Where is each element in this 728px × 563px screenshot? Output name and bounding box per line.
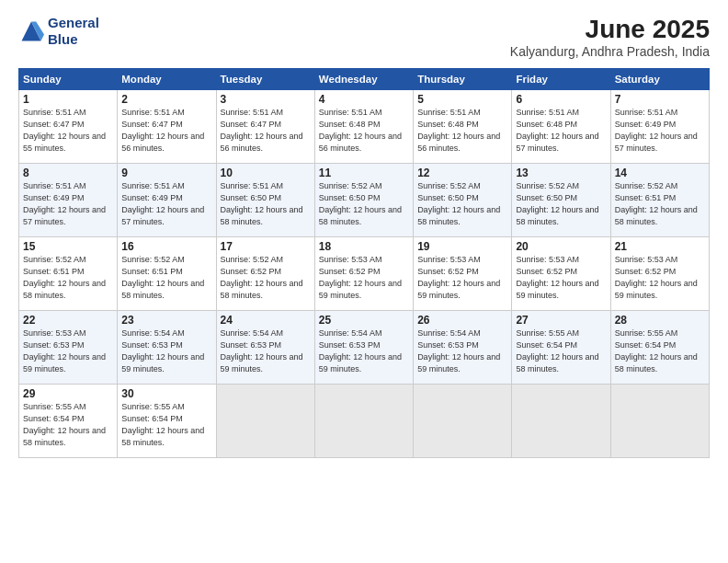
day-info: Sunrise: 5:54 AM Sunset: 6:53 PM Dayligh… [121, 327, 211, 375]
day-number: 16 [121, 240, 211, 253]
title-block: June 2025 Kalyandurg, Andhra Pradesh, In… [510, 15, 710, 59]
day-number: 19 [417, 240, 507, 253]
day-cell: 20 Sunrise: 5:53 AM Sunset: 6:52 PM Dayl… [512, 237, 610, 311]
day-cell: 18 Sunrise: 5:53 AM Sunset: 6:52 PM Dayl… [314, 237, 413, 311]
day-cell: 5 Sunrise: 5:51 AM Sunset: 6:48 PM Dayli… [414, 90, 512, 164]
day-info: Sunrise: 5:52 AM Sunset: 6:50 PM Dayligh… [417, 180, 507, 228]
day-info: Sunrise: 5:53 AM Sunset: 6:52 PM Dayligh… [319, 254, 409, 302]
day-cell: 17 Sunrise: 5:52 AM Sunset: 6:52 PM Dayl… [216, 237, 314, 311]
header: General Blue June 2025 Kalyandurg, Andhr… [18, 15, 710, 59]
day-info: Sunrise: 5:51 AM Sunset: 6:49 PM Dayligh… [121, 180, 211, 228]
day-cell: 25 Sunrise: 5:54 AM Sunset: 6:53 PM Dayl… [314, 311, 413, 385]
day-info: Sunrise: 5:51 AM Sunset: 6:47 PM Dayligh… [23, 107, 113, 155]
day-cell [512, 385, 610, 458]
day-number: 18 [319, 240, 409, 253]
day-cell: 26 Sunrise: 5:54 AM Sunset: 6:53 PM Dayl… [414, 311, 512, 385]
day-info: Sunrise: 5:53 AM Sunset: 6:52 PM Dayligh… [615, 254, 705, 302]
day-cell: 15 Sunrise: 5:52 AM Sunset: 6:51 PM Dayl… [19, 237, 118, 311]
day-cell [314, 385, 413, 458]
day-number: 7 [615, 93, 705, 106]
day-cell: 16 Sunrise: 5:52 AM Sunset: 6:51 PM Dayl… [118, 237, 216, 311]
day-number: 28 [615, 314, 705, 327]
day-info: Sunrise: 5:52 AM Sunset: 6:51 PM Dayligh… [615, 180, 705, 228]
day-number: 30 [121, 387, 211, 400]
day-number: 3 [221, 93, 311, 106]
day-number: 6 [516, 93, 606, 106]
day-info: Sunrise: 5:52 AM Sunset: 6:51 PM Dayligh… [23, 254, 113, 302]
day-info: Sunrise: 5:53 AM Sunset: 6:52 PM Dayligh… [516, 254, 606, 302]
col-header-sunday: Sunday [19, 69, 118, 90]
logo-text: General Blue [48, 15, 99, 48]
page: General Blue June 2025 Kalyandurg, Andhr… [0, 0, 728, 563]
day-cell: 11 Sunrise: 5:52 AM Sunset: 6:50 PM Dayl… [314, 164, 413, 237]
day-number: 26 [417, 314, 507, 327]
day-info: Sunrise: 5:55 AM Sunset: 6:54 PM Dayligh… [615, 327, 705, 375]
day-cell: 21 Sunrise: 5:53 AM Sunset: 6:52 PM Dayl… [610, 237, 709, 311]
day-cell: 10 Sunrise: 5:51 AM Sunset: 6:50 PM Dayl… [216, 164, 314, 237]
day-cell: 2 Sunrise: 5:51 AM Sunset: 6:47 PM Dayli… [118, 90, 216, 164]
week-row-1: 1 Sunrise: 5:51 AM Sunset: 6:47 PM Dayli… [19, 90, 710, 164]
day-number: 20 [516, 240, 606, 253]
location-title: Kalyandurg, Andhra Pradesh, India [510, 44, 710, 59]
day-number: 10 [221, 167, 311, 179]
day-info: Sunrise: 5:55 AM Sunset: 6:54 PM Dayligh… [121, 401, 211, 449]
day-cell: 29 Sunrise: 5:55 AM Sunset: 6:54 PM Dayl… [19, 385, 118, 458]
day-info: Sunrise: 5:55 AM Sunset: 6:54 PM Dayligh… [23, 401, 113, 449]
day-number: 22 [23, 314, 113, 327]
day-info: Sunrise: 5:52 AM Sunset: 6:50 PM Dayligh… [516, 180, 606, 228]
col-header-thursday: Thursday [414, 69, 512, 90]
day-info: Sunrise: 5:54 AM Sunset: 6:53 PM Dayligh… [319, 327, 409, 375]
day-number: 14 [615, 167, 705, 179]
day-number: 11 [319, 167, 409, 179]
day-cell [610, 385, 709, 458]
day-number: 13 [516, 167, 606, 179]
day-info: Sunrise: 5:52 AM Sunset: 6:50 PM Dayligh… [319, 180, 409, 228]
day-number: 25 [319, 314, 409, 327]
day-info: Sunrise: 5:53 AM Sunset: 6:53 PM Dayligh… [23, 327, 113, 375]
day-number: 12 [417, 167, 507, 179]
day-cell: 7 Sunrise: 5:51 AM Sunset: 6:49 PM Dayli… [610, 90, 709, 164]
day-cell: 3 Sunrise: 5:51 AM Sunset: 6:47 PM Dayli… [216, 90, 314, 164]
day-number: 29 [23, 387, 113, 400]
day-cell: 1 Sunrise: 5:51 AM Sunset: 6:47 PM Dayli… [19, 90, 118, 164]
day-number: 27 [516, 314, 606, 327]
day-cell: 4 Sunrise: 5:51 AM Sunset: 6:48 PM Dayli… [314, 90, 413, 164]
day-info: Sunrise: 5:54 AM Sunset: 6:53 PM Dayligh… [221, 327, 311, 375]
day-info: Sunrise: 5:51 AM Sunset: 6:48 PM Dayligh… [319, 107, 409, 155]
day-info: Sunrise: 5:54 AM Sunset: 6:53 PM Dayligh… [417, 327, 507, 375]
logo: General Blue [18, 15, 99, 48]
day-cell [216, 385, 314, 458]
day-number: 2 [121, 93, 211, 106]
day-cell: 27 Sunrise: 5:55 AM Sunset: 6:54 PM Dayl… [512, 311, 610, 385]
day-cell [414, 385, 512, 458]
day-info: Sunrise: 5:51 AM Sunset: 6:49 PM Dayligh… [23, 180, 113, 228]
day-cell: 9 Sunrise: 5:51 AM Sunset: 6:49 PM Dayli… [118, 164, 216, 237]
day-info: Sunrise: 5:51 AM Sunset: 6:50 PM Dayligh… [221, 180, 311, 228]
day-number: 15 [23, 240, 113, 253]
day-number: 1 [23, 93, 113, 106]
day-cell: 23 Sunrise: 5:54 AM Sunset: 6:53 PM Dayl… [118, 311, 216, 385]
day-number: 9 [121, 167, 211, 179]
day-info: Sunrise: 5:51 AM Sunset: 6:48 PM Dayligh… [516, 107, 606, 155]
day-number: 21 [615, 240, 705, 253]
day-info: Sunrise: 5:51 AM Sunset: 6:47 PM Dayligh… [221, 107, 311, 155]
day-info: Sunrise: 5:51 AM Sunset: 6:47 PM Dayligh… [121, 107, 211, 155]
week-row-2: 8 Sunrise: 5:51 AM Sunset: 6:49 PM Dayli… [19, 164, 710, 237]
day-number: 8 [23, 167, 113, 179]
day-number: 5 [417, 93, 507, 106]
col-header-friday: Friday [512, 69, 610, 90]
logo-icon [18, 18, 44, 44]
day-number: 23 [121, 314, 211, 327]
day-info: Sunrise: 5:52 AM Sunset: 6:52 PM Dayligh… [221, 254, 311, 302]
month-title: June 2025 [510, 15, 710, 44]
day-cell: 24 Sunrise: 5:54 AM Sunset: 6:53 PM Dayl… [216, 311, 314, 385]
day-info: Sunrise: 5:52 AM Sunset: 6:51 PM Dayligh… [121, 254, 211, 302]
day-cell: 28 Sunrise: 5:55 AM Sunset: 6:54 PM Dayl… [610, 311, 709, 385]
day-cell: 19 Sunrise: 5:53 AM Sunset: 6:52 PM Dayl… [414, 237, 512, 311]
col-header-wednesday: Wednesday [314, 69, 413, 90]
col-header-tuesday: Tuesday [216, 69, 314, 90]
day-cell: 22 Sunrise: 5:53 AM Sunset: 6:53 PM Dayl… [19, 311, 118, 385]
day-info: Sunrise: 5:53 AM Sunset: 6:52 PM Dayligh… [417, 254, 507, 302]
day-info: Sunrise: 5:51 AM Sunset: 6:48 PM Dayligh… [417, 107, 507, 155]
day-number: 4 [319, 93, 409, 106]
